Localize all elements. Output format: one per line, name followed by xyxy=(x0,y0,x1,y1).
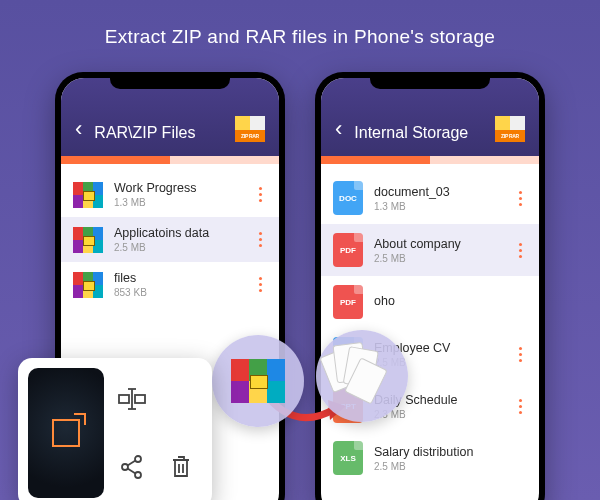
share-icon xyxy=(119,454,145,480)
share-button[interactable] xyxy=(110,436,153,498)
svg-rect-1 xyxy=(135,395,145,403)
notch xyxy=(110,75,230,89)
more-icon[interactable] xyxy=(513,344,527,365)
more-icon[interactable] xyxy=(513,188,527,209)
back-icon[interactable]: ‹ xyxy=(75,116,82,142)
extract-target-bubble xyxy=(316,330,408,422)
list-item[interactable]: Work Progress1.3 MB xyxy=(61,172,279,217)
extract-button[interactable] xyxy=(28,368,104,498)
tabstrip xyxy=(61,156,279,164)
rar-icon xyxy=(73,182,103,208)
file-name: files xyxy=(114,271,242,285)
svg-point-6 xyxy=(122,464,128,470)
more-icon[interactable] xyxy=(253,274,267,295)
svg-line-9 xyxy=(127,469,135,474)
delete-button[interactable] xyxy=(159,436,202,498)
file-name: About company xyxy=(374,237,502,251)
doc-icon: DOC xyxy=(333,181,363,215)
notch xyxy=(370,75,490,89)
extract-source-bubble xyxy=(212,335,304,427)
tabstrip xyxy=(321,156,539,164)
file-size: 2.5 MB xyxy=(374,253,502,264)
ziprar-icon[interactable]: ZIP RAR xyxy=(495,116,525,142)
xls-icon: XLS xyxy=(333,441,363,475)
pdf-icon: PDF xyxy=(333,233,363,267)
screen-title: RAR\ZIP Files xyxy=(94,124,225,142)
back-icon[interactable]: ‹ xyxy=(335,116,342,142)
list-item[interactable]: PDF oho xyxy=(321,276,539,328)
appbar-left: ‹ RAR\ZIP Files ZIP RAR xyxy=(61,78,279,156)
list-item[interactable]: Applicatoins data2.5 MB xyxy=(61,217,279,262)
rar-icon xyxy=(73,272,103,298)
svg-point-5 xyxy=(135,456,141,462)
svg-point-7 xyxy=(135,472,141,478)
file-size: 1.3 MB xyxy=(114,197,242,208)
file-name: Salary distribution xyxy=(374,445,527,459)
more-icon[interactable] xyxy=(253,229,267,250)
action-toolbar xyxy=(18,358,212,500)
rar-icon xyxy=(73,227,103,253)
extract-icon xyxy=(52,419,80,447)
file-size: 2.5 MB xyxy=(114,242,242,253)
file-name: Applicatoins data xyxy=(114,226,242,240)
svg-rect-0 xyxy=(119,395,129,403)
promo-headline: Extract ZIP and RAR files in Phone's sto… xyxy=(0,0,600,48)
more-icon[interactable] xyxy=(513,396,527,417)
file-name: document_03 xyxy=(374,185,502,199)
appbar-right: ‹ Internal Storage ZIP RAR xyxy=(321,78,539,156)
file-size: 2.5 MB xyxy=(374,461,527,472)
rename-button[interactable] xyxy=(110,368,153,430)
screen-title: Internal Storage xyxy=(354,124,485,142)
file-name: Work Progress xyxy=(114,181,242,195)
list-item[interactable]: DOC document_031.3 MB xyxy=(321,172,539,224)
list-item[interactable]: XLS Salary distribution2.5 MB xyxy=(321,432,539,484)
more-icon[interactable] xyxy=(253,184,267,205)
file-size: 853 KB xyxy=(114,287,242,298)
more-icon[interactable] xyxy=(513,240,527,261)
documents-fan-icon xyxy=(332,346,392,406)
pdf-icon: PDF xyxy=(333,285,363,319)
list-item[interactable]: files853 KB xyxy=(61,262,279,307)
file-size: 1.3 MB xyxy=(374,201,502,212)
list-item[interactable]: PDF About company2.5 MB xyxy=(321,224,539,276)
rename-icon xyxy=(117,387,147,411)
file-size: 2.3 MB xyxy=(374,409,502,420)
rar-icon xyxy=(231,359,285,403)
svg-line-8 xyxy=(127,461,135,466)
trash-icon xyxy=(169,454,193,480)
ziprar-icon[interactable]: ZIP RAR xyxy=(235,116,265,142)
file-name: oho xyxy=(374,294,527,308)
